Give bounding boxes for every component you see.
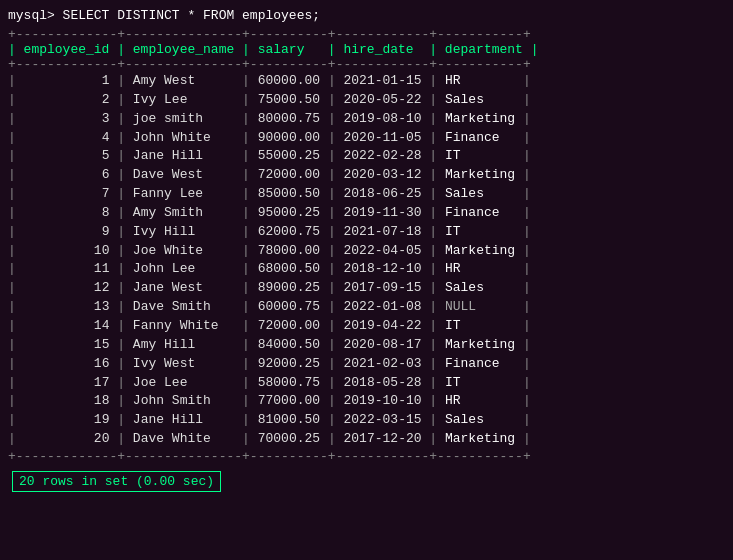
table-row: | 15 | Amy Hill | 84000.50 | 2020-08-17 … (8, 336, 729, 355)
divider-header: +-------------+---------------+---------… (8, 57, 729, 72)
table-row: | 11 | John Lee | 68000.50 | 2018-12-10 … (8, 260, 729, 279)
table-row: | 1 | Amy West | 60000.00 | 2021-01-15 |… (8, 72, 729, 91)
table-row: | 9 | Ivy Hill | 62000.75 | 2021-07-18 |… (8, 223, 729, 242)
table-row: | 16 | Ivy West | 92000.25 | 2021-02-03 … (8, 355, 729, 374)
table-rows: | 1 | Amy West | 60000.00 | 2021-01-15 |… (8, 72, 729, 449)
table-row: | 18 | John Smith | 77000.00 | 2019-10-1… (8, 392, 729, 411)
table-row: | 13 | Dave Smith | 60000.75 | 2022-01-0… (8, 298, 729, 317)
table-row: | 7 | Fanny Lee | 85000.50 | 2018-06-25 … (8, 185, 729, 204)
table-header: | employee_id | employee_name | salary |… (8, 42, 729, 57)
table-row: | 4 | John White | 90000.00 | 2020-11-05… (8, 129, 729, 148)
table-row: | 3 | joe smith | 80000.75 | 2019-08-10 … (8, 110, 729, 129)
summary-box: 20 rows in set (0.00 sec) (12, 471, 221, 492)
table-row: | 10 | Joe White | 78000.00 | 2022-04-05… (8, 242, 729, 261)
table-row: | 12 | Jane West | 89000.25 | 2017-09-15… (8, 279, 729, 298)
table-row: | 20 | Dave White | 70000.25 | 2017-12-2… (8, 430, 729, 449)
table-row: | 14 | Fanny White | 72000.00 | 2019-04-… (8, 317, 729, 336)
table-row: | 5 | Jane Hill | 55000.25 | 2022-02-28 … (8, 147, 729, 166)
divider-top: +-------------+---------------+---------… (8, 27, 729, 42)
table-row: | 2 | Ivy Lee | 75000.50 | 2020-05-22 | … (8, 91, 729, 110)
table-row: | 19 | Jane Hill | 81000.50 | 2022-03-15… (8, 411, 729, 430)
table-row: | 17 | Joe Lee | 58000.75 | 2018-05-28 |… (8, 374, 729, 393)
table-container: +-------------+---------------+---------… (4, 27, 729, 464)
prompt-line: mysql> SELECT DISTINCT * FROM employees; (4, 8, 729, 23)
terminal: mysql> SELECT DISTINCT * FROM employees;… (0, 0, 733, 560)
table-row: | 6 | Dave West | 72000.00 | 2020-03-12 … (8, 166, 729, 185)
divider-bottom: +-------------+---------------+---------… (8, 449, 729, 464)
table-row: | 8 | Amy Smith | 95000.25 | 2019-11-30 … (8, 204, 729, 223)
prompt-text: mysql> SELECT DISTINCT * FROM employees; (8, 8, 320, 23)
